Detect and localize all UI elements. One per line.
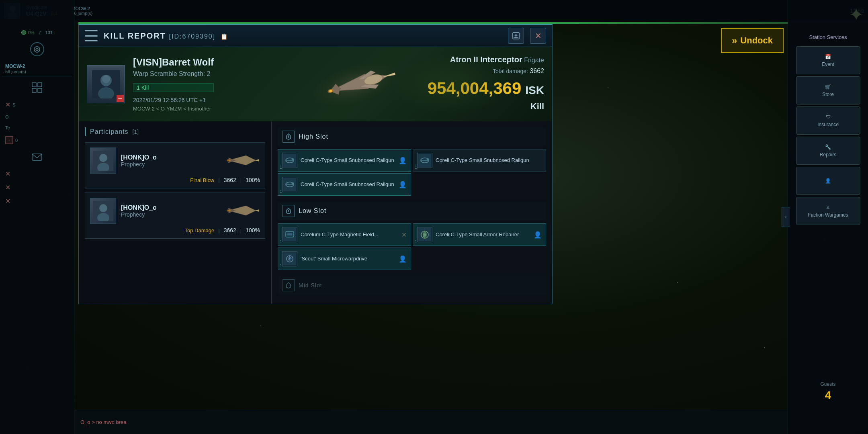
te-label: Te [5,125,10,130]
victim-ship-image [294,47,417,121]
low-item-qty-1: 1 [280,239,282,244]
low-slot-title: Low Slot [299,207,326,215]
participant-info-2: [HONK]O_o Prophecy [121,204,219,218]
destination-info: MOCW-2 56 jump(s) [72,6,92,16]
slot-item[interactable]: 1 Coreli C-Type Small Snubnosed Railgun … [278,149,411,172]
station-repairs-btn[interactable]: 🔧 Repairs [796,137,860,165]
participant-ship-2: Prophecy [121,211,219,218]
svg-rect-7 [32,83,36,87]
total-damage-value: 3662 [530,68,544,74]
menu-button[interactable] [85,30,98,41]
map-icon [30,42,44,56]
low-item-name-3: 'Scout' Small Microwarpdrive [301,256,367,262]
svg-rect-10 [38,88,42,92]
ov-label: O [5,115,9,119]
station-insurance-btn[interactable]: 🛡 Insurance [796,106,860,135]
warp-scramble: Warp Scramble Strength: 2 [133,70,214,78]
low-slot-header: Low Slot [278,202,546,220]
kill-count-badge: 1 Kill [133,83,214,92]
event-icon: 📅 [825,54,831,59]
participant-avatar-1 [90,147,116,174]
mid-slot-header: Mid Slot [278,276,546,295]
low-slot-section: Low Slot 1 C [278,202,546,270]
svg-point-16 [102,75,110,83]
item-icon-2 [417,153,432,168]
kill-date: 2022/01/29 12:56:26 UTC +1 [133,97,214,103]
participant-avatar-2 [90,198,116,224]
overview-nav[interactable] [2,78,72,97]
jump-count: 56 jump(s) [72,11,92,16]
close-1[interactable]: ✕ [5,101,10,108]
close-3[interactable]: ✕ [5,184,10,191]
undock-arrows: » [732,35,737,46]
total-damage-label: Total damage: [493,68,528,74]
participants-title: Participants [90,128,129,135]
low-slot-item-3[interactable]: 1 'Scout' Small Microwarpdrive 👤 [278,248,411,270]
participant-top-2: [HONK]O_o Prophecy [90,198,260,224]
low-slot-item-2[interactable]: 1 Coreli C-Type Small Armor Repairer 👤 [413,223,546,246]
status-indicator [21,30,26,35]
separator-1: | [218,177,219,183]
svg-rect-8 [38,83,42,87]
participant-bottom-2: Top Damage | 3662 | 100% [90,227,260,233]
item-name-3: Coreli C-Type Small Snubnosed Railgun [301,181,394,188]
collapse-arrow: ‹ [785,214,787,220]
kill-location: MOCW-2 < O-YMZM < Insmother [133,106,214,112]
item-qty-2: 1 [415,165,417,170]
mail-nav[interactable] [2,148,72,166]
participant-row-2[interactable]: [HONK]O_o Prophecy Top Damage | [85,192,265,239]
participant-name-1: [HONK]O_o [121,154,219,161]
scan-row: ✕ S [2,99,72,111]
victim-info: [VISN]Barret Wolf Warp Scramble Strength… [133,57,214,112]
station-faction-btn[interactable]: ⚔ Faction Wargames [796,197,860,225]
kill-report-id: [ID:6709390] [169,33,216,40]
final-blow-label: Final Blow [190,177,214,183]
participant-bottom-1: Final Blow | 3662 | 100% [90,177,260,183]
guests-label: Guests [788,379,868,389]
station-event-btn[interactable]: 📅 Event [796,46,860,74]
svg-point-55 [289,258,291,260]
map-nav[interactable] [2,39,72,59]
low-slot-icon [283,205,295,217]
close-4[interactable]: ✕ [5,197,10,205]
close-2[interactable]: ✕ [5,170,10,178]
attack-indicator: - [5,136,13,144]
participant-ship-1: Prophecy [121,161,219,168]
attack-minus: - [8,138,10,143]
export-button[interactable] [508,28,524,44]
store-label: Store [822,92,834,97]
participant-row[interactable]: [HONK]O_o Prophecy Final Blow [85,142,265,188]
close-rows: ✕ [2,168,72,180]
status-pct: 0% [28,30,35,35]
overview-row: O [2,113,72,121]
svg-point-51 [424,233,426,236]
svg-point-34 [292,158,294,161]
svg-point-28 [227,209,231,212]
participant-info-1: [HONK]O_o Prophecy [121,154,219,168]
slot-item-2[interactable]: 1 Coreli C-Type Small Snubnosed Railgun [413,149,546,172]
victim-name: [VISN]Barret Wolf [133,57,214,68]
participants-count: [1] [133,129,139,135]
kill-stats: Atron II Interceptor Frigate Total damag… [428,55,544,112]
security-bar [78,22,788,24]
low-item-icon-2 [417,227,432,242]
right-panel-collapse[interactable]: ‹ [782,207,790,227]
close-button[interactable]: ✕ [530,28,546,44]
kill-report-title: KILL REPORT [104,31,166,40]
station-store-btn[interactable]: 🛒 Store [796,76,860,104]
damage-pct-2: 100% [246,227,260,233]
left-sidebar: 0% Z 131 MOCW-2 56 jump(s) [0,0,74,434]
high-slot-grid: 1 Coreli C-Type Small Snubnosed Railgun … [278,149,546,196]
guests-section: Guests 4 [788,379,868,402]
copy-icon[interactable]: 📋 [221,33,228,40]
separator-3: | [218,227,219,233]
low-slot-item-1[interactable]: 1 Corelum C-Type Magnetic Field... ✕ [278,223,411,246]
slot-item-3[interactable]: 1 Coreli C-Type Small Snubnosed Railgun … [278,173,411,196]
participants-header: Participants [1] [85,127,265,136]
attack-zero: 0 [15,138,18,143]
guests-count: 4 [788,389,868,402]
undock-button[interactable]: » Undock [721,28,784,53]
station-recruit-btn[interactable]: 👤 [796,167,860,195]
item-name-2: Coreli C-Type Small Snubnosed Railgun [436,157,529,164]
low-item-name-2: Coreli C-Type Small Armor Repairer [436,231,519,238]
